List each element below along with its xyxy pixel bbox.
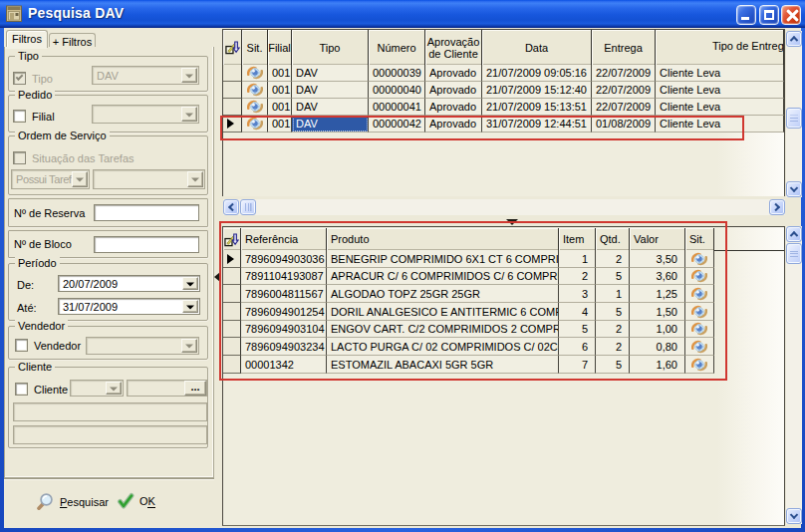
tipo-combo[interactable]: DAV [92, 66, 199, 85]
col-header-produto[interactable]: Produto [327, 228, 559, 250]
item-item-cell[interactable]: 5 [559, 321, 596, 338]
order-aprovacao-cell[interactable]: Aprovado [425, 99, 482, 116]
col-header-entrega[interactable]: Entrega [592, 30, 656, 65]
order-row-3[interactable]: 001DAV00000041Aprovado21/07/2009 15:13:5… [223, 99, 784, 116]
vendedor-checkbox[interactable] [15, 339, 28, 352]
order-data-cell[interactable]: 31/07/2009 12:44:51 [482, 116, 592, 133]
item-item-cell[interactable]: 2 [559, 268, 596, 285]
item-item-cell[interactable]: 6 [559, 338, 596, 356]
panel-splitter-collapse-icon[interactable] [214, 272, 220, 282]
item-qtd-cell[interactable]: 5 [596, 303, 630, 321]
order-filial-cell[interactable]: 001 [268, 116, 292, 133]
cliente-combo-button[interactable] [106, 382, 122, 395]
order-sit-cell[interactable] [242, 116, 268, 133]
order-entrega-cell[interactable]: 22/07/2009 [592, 65, 656, 82]
col-header-sit[interactable]: Sit. [685, 228, 714, 250]
ok-button[interactable]: OK [117, 492, 155, 510]
tarefa-combo-button[interactable] [187, 171, 203, 187]
col-header-data[interactable]: Data [482, 30, 592, 65]
order-aprovacao-cell[interactable]: Aprovado [425, 82, 482, 99]
scroll-thumb[interactable] [240, 199, 256, 215]
col-header-tipo[interactable]: Tipo [292, 30, 369, 65]
item-row-5[interactable]: 7896094903104ENGOV CART. C/2 COMPRIMIDOS… [223, 321, 784, 338]
order-row-2[interactable]: 001DAV00000040Aprovado21/07/2009 15:12:4… [223, 82, 784, 99]
order-numero-cell[interactable]: 00000039 [369, 65, 425, 82]
col-header-valor[interactable]: Valor [630, 228, 685, 250]
row-indicator-cell[interactable] [223, 250, 241, 268]
item-sit-cell[interactable] [685, 356, 714, 374]
tipo-combo-button[interactable] [181, 68, 197, 83]
order-sit-cell[interactable] [242, 82, 268, 99]
item-referencia-cell[interactable]: 7891104193087 [241, 268, 327, 285]
item-sit-cell[interactable] [685, 268, 714, 285]
order-filial-cell[interactable]: 001 [268, 65, 292, 82]
titlebar[interactable]: Pesquisa DAV [0, 0, 805, 28]
col-header-numero[interactable]: Número [369, 30, 425, 65]
order-tipo-cell[interactable]: DAV [292, 99, 369, 116]
col-header-qtd[interactable]: Qtd. [596, 228, 630, 250]
order-filial-cell[interactable]: 001 [268, 99, 292, 116]
periodo-de-datepicker[interactable]: 20/07/2009 [58, 275, 200, 292]
item-qtd-cell[interactable]: 2 [596, 321, 630, 338]
item-produto-cell[interactable]: ESTOMAZIL ABACAXI 5GR 5GR [327, 356, 559, 374]
order-sit-cell[interactable] [242, 99, 268, 116]
item-row-2[interactable]: 7891104193087APRACUR C/ 6 COMPRIMIDOS C/… [223, 268, 784, 285]
col-header-tipo_entrega[interactable]: Tipo de Entrega [656, 30, 784, 65]
scroll-thumb[interactable] [786, 108, 802, 129]
col-header-item[interactable]: Item [559, 228, 596, 250]
order-tipo-cell[interactable]: DAV [292, 82, 369, 99]
item-valor-cell[interactable]: 1,50 [630, 303, 685, 321]
order-filial-cell[interactable]: 001 [268, 82, 292, 99]
col-header-aprovacao[interactable]: Aprovação de Cliente [425, 30, 482, 65]
item-sit-cell[interactable] [685, 303, 714, 321]
item-produto-cell[interactable]: BENEGRIP COMPRIMIDO 6X1 CT 6 COMPRIMIDOS [327, 250, 559, 268]
item-referencia-cell[interactable]: 7896004811567 [241, 285, 327, 303]
item-qtd-cell[interactable]: 5 [596, 356, 630, 374]
order-numero-cell[interactable]: 00000040 [369, 82, 425, 99]
item-item-cell[interactable]: 7 [559, 356, 596, 374]
item-valor-cell[interactable]: 1,25 [630, 285, 685, 303]
item-valor-cell[interactable]: 1,60 [630, 356, 685, 374]
item-item-cell[interactable]: 3 [559, 285, 596, 303]
col-header-sit[interactable]: Sit. [242, 30, 268, 65]
order-tipo_entrega-cell[interactable]: Cliente Leva [656, 82, 784, 99]
orders-hscrollbar[interactable] [223, 199, 785, 215]
reserva-input[interactable] [94, 204, 199, 221]
scroll-down-button[interactable] [786, 508, 802, 524]
order-sit-cell[interactable] [242, 65, 268, 82]
filial-combo[interactable] [92, 105, 199, 124]
periodo-ate-dropdown-button[interactable] [182, 300, 198, 313]
grid-customize-button[interactable] [223, 30, 242, 65]
row-indicator-cell[interactable] [223, 99, 242, 116]
item-valor-cell[interactable]: 1,00 [630, 321, 685, 338]
item-sit-cell[interactable] [685, 285, 714, 303]
row-indicator-cell[interactable] [223, 65, 242, 82]
col-header-referencia[interactable]: Referência [241, 228, 327, 250]
item-row-6[interactable]: 7896094903234LACTO PURGA C/ 02 COMPRIMID… [223, 338, 784, 356]
filial-checkbox[interactable] [13, 110, 26, 123]
item-valor-cell[interactable]: 0,80 [630, 338, 685, 356]
cliente-checkbox[interactable] [15, 383, 28, 396]
row-indicator-cell[interactable] [223, 268, 241, 285]
periodo-ate-datepicker[interactable]: 31/07/2009 [58, 298, 200, 315]
item-produto-cell[interactable]: DORIL ANALGESICO E ANTITERMIC 6 COMPRIMI… [327, 303, 559, 321]
item-row-3[interactable]: 7896004811567ALGODAO TOPZ 25GR 25GR311,2… [223, 285, 784, 303]
periodo-de-dropdown-button[interactable] [182, 277, 198, 290]
row-indicator-cell[interactable] [223, 303, 241, 321]
order-row-4[interactable]: 001DAV00000042Aprovado31/07/2009 12:44:5… [223, 116, 784, 133]
item-qtd-cell[interactable]: 5 [596, 268, 630, 285]
order-data-cell[interactable]: 21/07/2009 09:05:16 [482, 65, 592, 82]
vendedor-combo[interactable] [86, 337, 199, 355]
item-produto-cell[interactable]: ALGODAO TOPZ 25GR 25GR [327, 285, 559, 303]
item-sit-cell[interactable] [685, 250, 714, 268]
grid-customize-button[interactable] [223, 228, 241, 250]
order-tipo_entrega-cell[interactable]: Cliente Leva [656, 65, 784, 82]
grid-splitter-collapse-icon[interactable] [506, 219, 518, 225]
order-tipo_entrega-cell[interactable]: Cliente Leva [656, 99, 784, 116]
order-entrega-cell[interactable]: 01/08/2009 [592, 116, 656, 133]
tab-mais-filtros[interactable]: + Filtros [49, 33, 96, 48]
order-aprovacao-cell[interactable]: Aprovado [425, 116, 482, 133]
item-produto-cell[interactable]: ENGOV CART. C/2 COMPRIMIDOS 2 COMPRIMIDO… [327, 321, 559, 338]
order-aprovacao-cell[interactable]: Aprovado [425, 65, 482, 82]
order-tipo-cell[interactable]: DAV [292, 116, 369, 133]
